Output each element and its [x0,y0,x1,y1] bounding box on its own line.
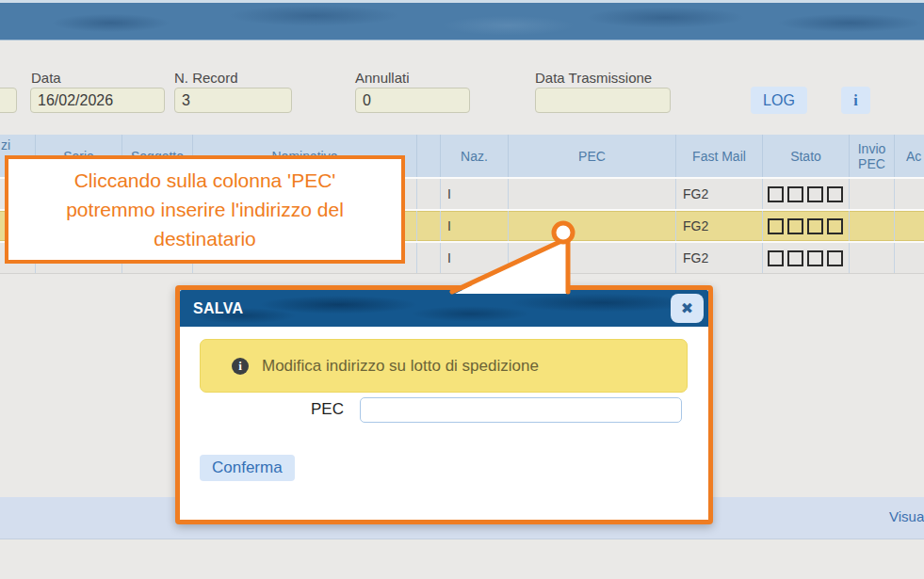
data-trasmissione-field[interactable] [535,88,671,113]
log-button[interactable]: LOG [751,87,807,114]
stato-checkbox [787,250,803,266]
conferma-button[interactable]: Conferma [200,455,295,481]
cell-c5-row2 [417,211,441,241]
stato-checkbox [768,186,784,202]
cell-naz-row1: I [441,179,509,209]
cell-invio-row1 [850,179,895,209]
cell-stato-row1 [763,179,850,209]
cell-fast-row2: FG2 [676,211,763,241]
cell-pec-row3[interactable] [509,243,676,273]
stato-checkbox [787,186,803,202]
cell-stato-row2 [763,211,850,241]
info-circle-icon: i [232,358,249,375]
stato-checkbox [807,250,823,266]
cell-naz-row2: I [441,211,509,241]
stato-checkbox [807,218,823,234]
data-trasmissione-label: Data Trasmissione [535,70,652,86]
column-header-c5[interactable] [417,135,441,177]
dialog-titlebar: SALVA ✖ [180,290,708,327]
stato-checkbox [827,250,843,266]
cell-pec-row2[interactable] [509,211,676,241]
cell-invio-row3 [850,243,895,273]
top-app-bar [0,0,924,40]
app-window: Data N. Record Annullati Data Trasmissio… [0,0,924,579]
cell-ac-row3 [895,243,924,273]
cell-fast-row3: FG2 [676,243,763,273]
data-field[interactable] [30,88,165,113]
annotation-text-line: destinatario [8,224,401,253]
cell-c5-row1 [417,179,441,209]
column-header-ac[interactable]: Ac [895,135,924,177]
cell-stato-row3 [763,243,850,273]
annullati-label: Annullati [355,70,410,86]
info-icon[interactable]: i [841,87,870,114]
cell-ac-row2 [895,211,924,241]
close-icon[interactable]: ✖ [671,294,704,323]
info-alert: i Modifica indirizzo su lotto di spedizi… [200,339,688,393]
stato-checkbox [768,218,784,234]
stato-checkbox [827,186,843,202]
column-header-naz[interactable]: Naz. [441,135,509,177]
pec-input-label: PEC [274,400,344,419]
stato-checkbox [787,218,803,234]
column-header-pec[interactable]: PEC [509,135,676,177]
data-label: Data [31,70,61,86]
cell-pec-row1[interactable] [509,179,676,209]
n-record-label: N. Record [174,70,238,86]
dialog-title: SALVA [193,290,243,327]
stato-checkbox [807,186,823,202]
annotation-callout: Cliccando sulla colonna 'PEC'potremmo in… [5,155,405,264]
column-header-fast[interactable]: Fast Mail [676,135,763,177]
cell-naz-row3: I [441,243,509,273]
cell-fast-row1: FG2 [676,179,763,209]
column-header-invio[interactable]: Invio PEC [850,135,895,177]
cell-ac-row1 [895,179,924,209]
cutoff-field[interactable] [0,88,17,113]
n-record-field[interactable] [174,88,292,113]
column-header-stato[interactable]: Stato [763,135,850,177]
cell-c5-row3 [417,243,441,273]
visualizza-link[interactable]: Visua [889,508,924,524]
annotation-text-line: potremmo inserire l'indirizzo del [8,195,401,224]
stato-checkbox [827,218,843,234]
table-bottom-divider [0,273,924,274]
annullati-field[interactable] [355,88,470,113]
cell-invio-row2 [850,211,895,241]
info-alert-text: Modifica indirizzo su lotto di spedizion… [262,357,539,376]
salva-dialog: SALVA ✖ i Modifica indirizzo su lotto di… [175,285,713,524]
annotation-text-line: Cliccando sulla colonna 'PEC' [8,166,401,195]
stato-checkbox [768,250,784,266]
pec-input[interactable] [360,397,682,423]
